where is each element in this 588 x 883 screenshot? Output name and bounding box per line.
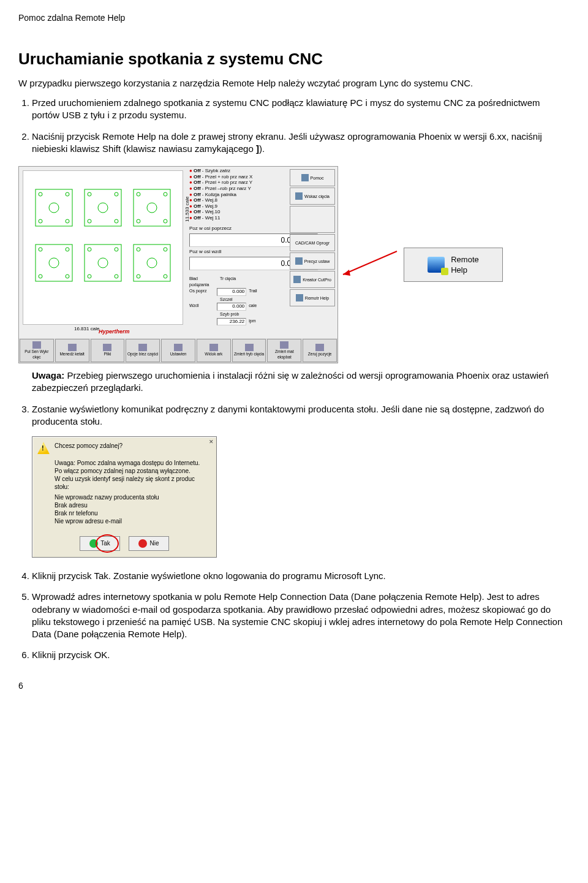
cnc-sidebar: Pomoc Wskaz cięcia CAD/CAM Oprogr Precyz… xyxy=(290,169,335,308)
cnc-brand-label: Hypertherm xyxy=(99,328,130,335)
step-5: Wprowadź adres internetowy spotkania w p… xyxy=(32,591,570,640)
svg-point-29 xyxy=(115,275,118,278)
cnc-bb-3[interactable]: Opcje biez części xyxy=(126,339,160,362)
no-label: Nie xyxy=(149,539,159,548)
cnc-readouts-grid: Bład podązaniaTr cięcia Os poprz0.000Tra… xyxy=(189,276,275,326)
svg-point-3 xyxy=(66,192,69,196)
cnc-cuttips-button[interactable]: Wskaz cięcia xyxy=(290,188,335,205)
remote-help-button-enlarged[interactable]: Remote Help xyxy=(404,248,503,282)
svg-point-15 xyxy=(164,192,167,196)
tips-icon xyxy=(295,192,303,200)
svg-rect-30 xyxy=(134,244,170,281)
cnc-remote-help-button[interactable]: Remotr Help xyxy=(290,289,335,306)
cnc-blank-button[interactable] xyxy=(290,206,335,233)
gear-icon xyxy=(295,257,303,265)
cnc-x-axis-label: 16.831 cale xyxy=(74,326,99,333)
svg-point-33 xyxy=(164,248,167,251)
dialog-no-button[interactable]: Nie xyxy=(129,536,169,551)
svg-point-7 xyxy=(98,203,108,213)
svg-point-13 xyxy=(147,203,157,213)
remote-icon xyxy=(296,294,303,301)
instructions-list-continued: Zostanie wyświetlony komunikat podręczny… xyxy=(18,403,570,428)
instructions-list: Przed uruchomieniem zdalnego spotkania z… xyxy=(18,97,570,155)
dialog-paragraph-2: Nie wprowadz nazwy producenta stołu Brak… xyxy=(55,493,210,525)
cnc-app-screenshot: 16.831 cale 11.533 cale Off - Szybk zatr… xyxy=(18,166,338,363)
cnc-precision-button[interactable]: Precyz ustaw xyxy=(290,252,335,270)
cnc-bb-8[interactable]: Zeruj pozycje xyxy=(303,339,337,362)
svg-point-17 xyxy=(164,219,167,223)
help-icon xyxy=(301,174,309,181)
svg-point-5 xyxy=(66,219,69,223)
step-4: Kliknij przycisk Tak. Zostanie wyświetlo… xyxy=(32,570,570,582)
step-6: Kliknij przycisk OK. xyxy=(32,649,570,661)
svg-point-20 xyxy=(39,248,42,251)
cnc-bb-5[interactable]: Widok ark xyxy=(197,339,231,362)
svg-point-14 xyxy=(137,192,140,196)
page-title: Uruchamianie spotkania z systemu CNC xyxy=(18,48,570,70)
cnc-help-button[interactable]: Pomoc xyxy=(290,169,335,186)
svg-point-9 xyxy=(115,192,118,196)
svg-point-34 xyxy=(137,275,140,278)
cnc-cadcam-button[interactable]: CAD/CAM Oprogr xyxy=(290,234,335,251)
svg-point-27 xyxy=(115,248,118,251)
svg-rect-0 xyxy=(36,189,72,226)
svg-line-36 xyxy=(343,251,397,275)
instructions-list-continued-2: Kliknij przycisk Tak. Zostanie wyświetlo… xyxy=(18,570,570,662)
svg-point-16 xyxy=(137,219,140,223)
svg-point-28 xyxy=(88,275,91,278)
page-header: Pomoc zdalna Remote Help xyxy=(18,12,570,24)
cnc-bb-1[interactable]: Menedż ketałt xyxy=(55,339,89,362)
warning-icon xyxy=(37,442,50,454)
cnc-bb-6[interactable]: Zmień tryb cięcia xyxy=(232,339,266,362)
svg-rect-12 xyxy=(134,189,170,226)
svg-point-1 xyxy=(49,203,59,213)
svg-point-22 xyxy=(39,275,42,278)
cnc-bb-7[interactable]: Zmień mat ekspbat xyxy=(267,339,301,362)
dialog-title: Chcesz pomocy zdalnej? xyxy=(55,442,123,454)
svg-marker-37 xyxy=(343,270,350,276)
close-icon[interactable]: ✕ xyxy=(209,438,214,445)
svg-point-21 xyxy=(66,248,69,251)
svg-point-31 xyxy=(147,258,157,268)
svg-point-32 xyxy=(137,248,140,251)
step-3: Zostanie wyświetlony komunikat podręczny… xyxy=(32,403,570,428)
callout-arrow xyxy=(342,245,400,285)
dialog-paragraph-1: Uwaga: Pomoc zdalna wymaga dostępu do In… xyxy=(55,459,210,491)
intro-paragraph: W przypadku pierwszego korzystania z nar… xyxy=(18,77,570,89)
svg-point-10 xyxy=(88,219,91,223)
page-number: 6 xyxy=(18,680,570,692)
wizard-icon xyxy=(293,276,301,283)
svg-point-26 xyxy=(88,248,91,251)
svg-point-25 xyxy=(98,258,108,268)
svg-rect-6 xyxy=(85,189,121,226)
svg-point-19 xyxy=(49,258,59,268)
cnc-bb-2[interactable]: Pliki xyxy=(91,339,125,362)
note-block: Uwaga: Przebieg pierwszego uruchomienia … xyxy=(32,369,570,395)
step-1: Przed uruchomieniem zdalnego spotkania z… xyxy=(32,97,570,122)
cnc-part-preview xyxy=(23,170,183,325)
remote-help-icon xyxy=(428,257,445,273)
cnc-bb-0[interactable]: Pul Sen Wykr ckęc xyxy=(20,339,54,362)
svg-point-35 xyxy=(164,275,167,278)
cnc-cutpro-button[interactable]: Kreator CutPro xyxy=(290,271,335,288)
svg-point-2 xyxy=(39,192,42,196)
svg-point-23 xyxy=(66,275,69,278)
svg-rect-24 xyxy=(85,244,121,281)
svg-point-8 xyxy=(88,192,91,196)
svg-point-4 xyxy=(39,219,42,223)
cnc-bb-4[interactable]: Ustawien xyxy=(161,339,195,362)
cnc-off-status-list: Off - Szybk zatrz Off - Przel + rob prz … xyxy=(189,168,275,221)
remote-help-label: Remote Help xyxy=(451,254,479,276)
note-text: Przebieg pierwszego uruchomienia i insta… xyxy=(32,370,549,393)
svg-rect-18 xyxy=(36,244,72,281)
cross-icon xyxy=(138,539,147,548)
cnc-bottombar: Pul Sen Wykr ckęc Menedż ketałt Pliki Op… xyxy=(19,338,337,363)
note-label: Uwaga: xyxy=(32,370,64,381)
remote-help-dialog: ✕ Chcesz pomocy zdalnej? Uwaga: Pomoc zd… xyxy=(32,436,217,558)
svg-point-11 xyxy=(115,219,118,223)
step-2: Naciśnij przycisk Remote Help na dole z … xyxy=(32,131,570,156)
cnc-screenshot-row: 16.831 cale 11.533 cale Off - Szybk zatr… xyxy=(18,166,570,363)
